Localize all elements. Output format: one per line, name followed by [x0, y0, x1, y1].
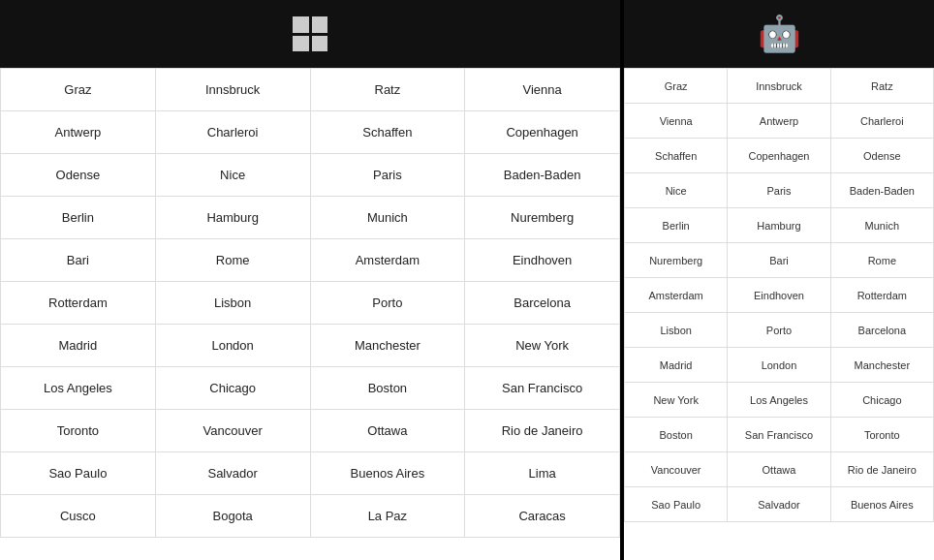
- right-cell-18[interactable]: Amsterdam: [625, 278, 728, 313]
- left-panel: GrazInnsbruckRatzViennaAntwerpCharleroiS…: [0, 0, 620, 560]
- right-cell-6[interactable]: Schaffen: [625, 139, 728, 173]
- right-cell-34[interactable]: Ottawa: [728, 452, 830, 487]
- left-cell-22[interactable]: Porto: [311, 282, 466, 325]
- left-cell-23[interactable]: Barcelona: [465, 282, 620, 325]
- left-header: [0, 0, 620, 68]
- right-cell-0[interactable]: Graz: [625, 69, 728, 104]
- left-cell-36[interactable]: Sao Paulo: [1, 452, 156, 495]
- left-cell-35[interactable]: Rio de Janeiro: [465, 410, 620, 452]
- left-cell-16[interactable]: Bari: [1, 239, 156, 282]
- left-cell-13[interactable]: Hamburg: [156, 197, 311, 239]
- left-cell-43[interactable]: Caracas: [465, 495, 620, 538]
- right-cell-4[interactable]: Antwerp: [728, 104, 830, 139]
- left-cell-17[interactable]: Rome: [156, 239, 311, 282]
- left-cell-40[interactable]: Cusco: [1, 495, 156, 538]
- right-cell-20[interactable]: Rotterdam: [831, 278, 934, 313]
- left-cell-21[interactable]: Lisbon: [156, 282, 311, 325]
- left-cell-29[interactable]: Chicago: [156, 367, 311, 410]
- right-cell-10[interactable]: Paris: [728, 173, 830, 208]
- right-header: 🤖: [624, 0, 934, 68]
- left-cell-15[interactable]: Nuremberg: [465, 197, 620, 239]
- right-cell-2[interactable]: Ratz: [831, 69, 934, 104]
- left-cell-3[interactable]: Vienna: [465, 69, 620, 111]
- right-cell-33[interactable]: Vancouver: [625, 452, 728, 487]
- right-cell-25[interactable]: London: [728, 348, 830, 383]
- left-cell-11[interactable]: Baden-Baden: [465, 154, 620, 197]
- left-cell-20[interactable]: Rotterdam: [1, 282, 156, 325]
- left-cell-9[interactable]: Nice: [156, 154, 311, 197]
- left-cell-10[interactable]: Paris: [311, 154, 466, 197]
- left-cell-8[interactable]: Odense: [1, 154, 156, 197]
- right-cell-3[interactable]: Vienna: [625, 104, 728, 139]
- right-cell-15[interactable]: Nuremberg: [625, 243, 728, 278]
- right-cell-21[interactable]: Lisbon: [625, 313, 728, 348]
- left-cell-37[interactable]: Salvador: [156, 452, 311, 495]
- right-cell-31[interactable]: San Francisco: [728, 418, 830, 452]
- right-cell-36[interactable]: Sao Paulo: [625, 487, 728, 522]
- right-cell-13[interactable]: Hamburg: [728, 208, 830, 243]
- right-cell-32[interactable]: Toronto: [831, 418, 934, 452]
- left-cell-5[interactable]: Charleroi: [156, 111, 311, 154]
- right-cell-23[interactable]: Barcelona: [831, 313, 934, 348]
- right-cell-37[interactable]: Salvador: [728, 487, 830, 522]
- left-cell-18[interactable]: Amsterdam: [311, 239, 466, 282]
- right-cell-1[interactable]: Innsbruck: [728, 69, 830, 104]
- left-cell-31[interactable]: San Francisco: [465, 367, 620, 410]
- left-cell-4[interactable]: Antwerp: [1, 111, 156, 154]
- right-cell-26[interactable]: Manchester: [831, 348, 934, 383]
- right-cell-16[interactable]: Bari: [728, 243, 830, 278]
- right-cell-38[interactable]: Buenos Aires: [831, 487, 934, 522]
- left-cell-24[interactable]: Madrid: [1, 325, 156, 367]
- left-cell-28[interactable]: Los Angeles: [1, 367, 156, 410]
- left-cell-14[interactable]: Munich: [311, 197, 466, 239]
- right-cell-5[interactable]: Charleroi: [831, 104, 934, 139]
- right-cell-28[interactable]: Los Angeles: [728, 383, 830, 418]
- left-cell-2[interactable]: Ratz: [311, 69, 466, 111]
- right-cell-35[interactable]: Rio de Janeiro: [831, 452, 934, 487]
- left-cell-30[interactable]: Boston: [311, 367, 466, 410]
- right-cell-9[interactable]: Nice: [625, 173, 728, 208]
- left-cell-41[interactable]: Bogota: [156, 495, 311, 538]
- left-cell-25[interactable]: London: [156, 325, 311, 367]
- left-grid: GrazInnsbruckRatzViennaAntwerpCharleroiS…: [0, 68, 620, 538]
- left-cell-33[interactable]: Vancouver: [156, 410, 311, 452]
- left-cell-34[interactable]: Ottawa: [311, 410, 466, 452]
- right-cell-17[interactable]: Rome: [831, 243, 934, 278]
- right-grid: GrazInnsbruckRatzViennaAntwerpCharleroiS…: [624, 68, 934, 522]
- right-cell-24[interactable]: Madrid: [625, 348, 728, 383]
- left-cell-12[interactable]: Berlin: [1, 197, 156, 239]
- left-cell-1[interactable]: Innsbruck: [156, 69, 311, 111]
- left-cell-0[interactable]: Graz: [1, 69, 156, 111]
- android-logo: 🤖: [758, 16, 801, 51]
- right-panel: 🤖 GrazInnsbruckRatzViennaAntwerpCharlero…: [620, 0, 934, 560]
- left-cell-32[interactable]: Toronto: [1, 410, 156, 452]
- left-cell-27[interactable]: New York: [465, 325, 620, 367]
- right-cell-29[interactable]: Chicago: [831, 383, 934, 418]
- left-cell-7[interactable]: Copenhagen: [465, 111, 620, 154]
- right-cell-27[interactable]: New York: [625, 383, 728, 418]
- right-cell-8[interactable]: Odense: [831, 139, 934, 173]
- right-cell-7[interactable]: Copenhagen: [728, 139, 830, 173]
- right-cell-19[interactable]: Eindhoven: [728, 278, 830, 313]
- left-cell-26[interactable]: Manchester: [311, 325, 466, 367]
- left-cell-39[interactable]: Lima: [465, 452, 620, 495]
- right-cell-14[interactable]: Munich: [831, 208, 934, 243]
- left-cell-38[interactable]: Buenos Aires: [311, 452, 466, 495]
- right-cell-12[interactable]: Berlin: [625, 208, 728, 243]
- left-cell-6[interactable]: Schaffen: [311, 111, 466, 154]
- right-cell-22[interactable]: Porto: [728, 313, 830, 348]
- windows-logo: [293, 16, 327, 51]
- right-cell-30[interactable]: Boston: [625, 418, 728, 452]
- left-cell-42[interactable]: La Paz: [311, 495, 466, 538]
- right-cell-11[interactable]: Baden-Baden: [831, 173, 934, 208]
- left-cell-19[interactable]: Eindhoven: [465, 239, 620, 282]
